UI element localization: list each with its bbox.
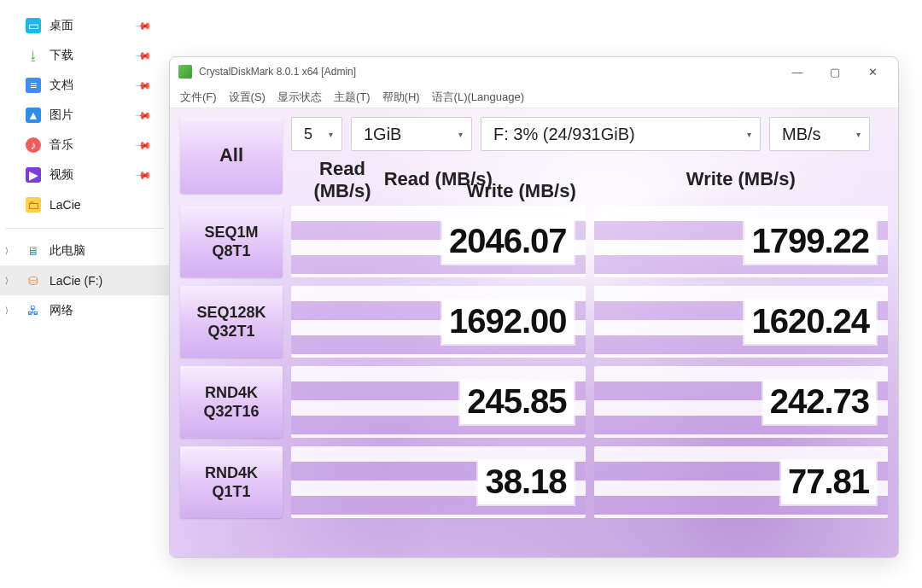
test-size-value: 1GiB [364, 125, 401, 144]
menu-file[interactable]: 文件(F) [180, 90, 217, 105]
sidebar-item-label: 下载 [50, 48, 73, 63]
sidebar-item-label: LaCie (F:) [50, 274, 102, 288]
sidebar-item-label: 音乐 [50, 137, 73, 153]
menu-language[interactable]: 语言(L)(Language) [432, 90, 524, 105]
chevron-down-icon: ▾ [738, 130, 751, 139]
sidebar-item-label: 视频 [50, 167, 73, 183]
unit-value: MB/s [782, 125, 821, 144]
sidebar-separator [5, 228, 164, 229]
result-row: RND4K Q32T16 245.85 242.73 [180, 366, 888, 438]
test-button-rnd4k-q1t1[interactable]: RND4K Q1T1 [180, 446, 283, 518]
read-value: 2046.07 [442, 220, 574, 264]
expand-toggle-icon[interactable]: ⟩ [5, 306, 9, 315]
sidebar-item-lacie-folder[interactable]: 🗀 LaCie [0, 189, 169, 219]
test-button-seq128k-q32t1[interactable]: SEQ128K Q32T1 [180, 286, 283, 358]
sidebar-item-music[interactable]: ♪ 音乐 📌 [0, 130, 169, 160]
sidebar-item-label: 此电脑 [50, 243, 85, 259]
read-cell: 2046.07 [291, 206, 586, 277]
read-value: 245.85 [460, 381, 573, 424]
write-value: 1799.22 [744, 220, 876, 264]
result-row: SEQ1M Q8T1 2046.07 1799.22 [180, 206, 888, 277]
test-button-rnd4k-q32t16[interactable]: RND4K Q32T16 [180, 366, 283, 438]
read-cell: 1692.00 [291, 286, 586, 358]
maximize-button[interactable]: ▢ [816, 59, 854, 84]
toolbar: 5 ▾ 1GiB ▾ F: 3% (24/931GiB) ▾ MB/s ▾ [291, 117, 888, 158]
drive-select[interactable]: F: 3% (24/931GiB) ▾ [481, 117, 761, 151]
folder-icon: 🗀 [26, 197, 41, 212]
crystaldiskmark-window: CrystalDiskMark 8.0.1 x64 [Admin] — ▢ ✕ … [169, 56, 899, 558]
pin-icon: 📌 [135, 166, 153, 183]
pictures-icon: ▲ [26, 108, 41, 123]
test-size-select[interactable]: 1GiB ▾ [351, 117, 472, 151]
chevron-down-icon: ▾ [450, 130, 463, 139]
sidebar-item-downloads[interactable]: ⭳ 下载 📌 [0, 40, 169, 70]
sidebar-item-label: LaCie [50, 198, 81, 212]
menu-theme[interactable]: 主题(T) [334, 90, 371, 105]
minimize-button[interactable]: — [779, 59, 816, 84]
write-cell: 77.81 [594, 446, 889, 518]
result-row: SEQ128K Q32T1 1692.00 1620.24 [180, 286, 888, 358]
music-icon: ♪ [26, 137, 41, 153]
app-icon [178, 65, 192, 79]
sidebar-item-network[interactable]: ⟩ 🖧 网络 [0, 295, 169, 325]
network-icon: 🖧 [26, 303, 41, 318]
client-area: All 5 ▾ 1GiB ▾ F: 3% (24/931GiB) ▾ [170, 108, 898, 557]
sidebar-item-videos[interactable]: ▶ 视频 📌 [0, 160, 169, 189]
write-value: 1620.24 [744, 300, 876, 344]
drive-value: F: 3% (24/931GiB) [493, 125, 635, 144]
close-button[interactable]: ✕ [854, 59, 891, 84]
pin-icon: 📌 [135, 136, 153, 154]
write-cell: 1799.22 [594, 206, 889, 277]
read-cell: 38.18 [291, 446, 586, 518]
sidebar-item-label: 图片 [50, 108, 73, 123]
sidebar-item-label: 桌面 [50, 18, 73, 33]
write-cell: 1620.24 [594, 286, 889, 358]
chevron-down-icon: ▾ [848, 130, 861, 139]
menubar: 文件(F) 设置(S) 显示状态 主题(T) 帮助(H) 语言(L)(Langu… [170, 86, 898, 108]
write-value: 77.81 [781, 461, 876, 504]
read-value: 1692.00 [442, 300, 574, 344]
write-cell: 242.73 [594, 366, 889, 438]
this-pc-icon: 🖥 [26, 243, 41, 259]
test-button-seq1m-q8t1[interactable]: SEQ1M Q8T1 [180, 206, 283, 277]
menu-settings[interactable]: 设置(S) [229, 90, 266, 105]
menu-help[interactable]: 帮助(H) [382, 90, 420, 105]
drive-icon: ⛁ [26, 273, 41, 288]
titlebar[interactable]: CrystalDiskMark 8.0.1 x64 [Admin] — ▢ ✕ [170, 57, 898, 86]
pin-icon: 📌 [135, 16, 153, 34]
result-row: RND4K Q1T1 38.18 77.81 [180, 446, 888, 518]
sidebar-item-this-pc[interactable]: ⟩ 🖥 此电脑 [0, 236, 169, 265]
download-icon: ⭳ [26, 48, 41, 63]
runs-value: 5 [304, 125, 312, 143]
pin-icon: 📌 [135, 76, 153, 94]
write-value: 242.73 [763, 381, 876, 424]
video-icon: ▶ [26, 167, 41, 183]
runs-select[interactable]: 5 ▾ [291, 117, 342, 151]
unit-select[interactable]: MB/s ▾ [769, 117, 870, 151]
chevron-down-icon: ▾ [320, 130, 333, 139]
explorer-sidebar: ▭ 桌面 📌 ⭳ 下载 📌 ≡ 文档 📌 ▲ 图片 📌 ♪ 音乐 📌 ▶ 视频 … [0, 0, 169, 588]
column-header-read: Read (MB/s) [291, 168, 586, 194]
sidebar-item-desktop[interactable]: ▭ 桌面 📌 [0, 10, 169, 40]
pin-icon: 📌 [135, 106, 153, 124]
sidebar-item-label: 文档 [50, 78, 73, 93]
expand-toggle-icon[interactable]: ⟩ [5, 276, 9, 285]
sidebar-item-pictures[interactable]: ▲ 图片 📌 [0, 100, 169, 130]
desktop-icon: ▭ [26, 18, 41, 33]
expand-toggle-icon[interactable]: ⟩ [5, 246, 9, 255]
read-value: 38.18 [478, 461, 573, 504]
pin-icon: 📌 [135, 46, 153, 64]
document-icon: ≡ [26, 78, 41, 93]
column-header-write: Write (MB/s) [594, 168, 889, 194]
read-cell: 245.85 [291, 366, 586, 438]
sidebar-item-label: 网络 [50, 303, 73, 318]
sidebar-item-lacie-drive[interactable]: ⟩ ⛁ LaCie (F:) [0, 265, 169, 295]
menu-status[interactable]: 显示状态 [277, 90, 322, 105]
window-title: CrystalDiskMark 8.0.1 x64 [Admin] [199, 66, 356, 78]
sidebar-item-documents[interactable]: ≡ 文档 📌 [0, 70, 169, 100]
